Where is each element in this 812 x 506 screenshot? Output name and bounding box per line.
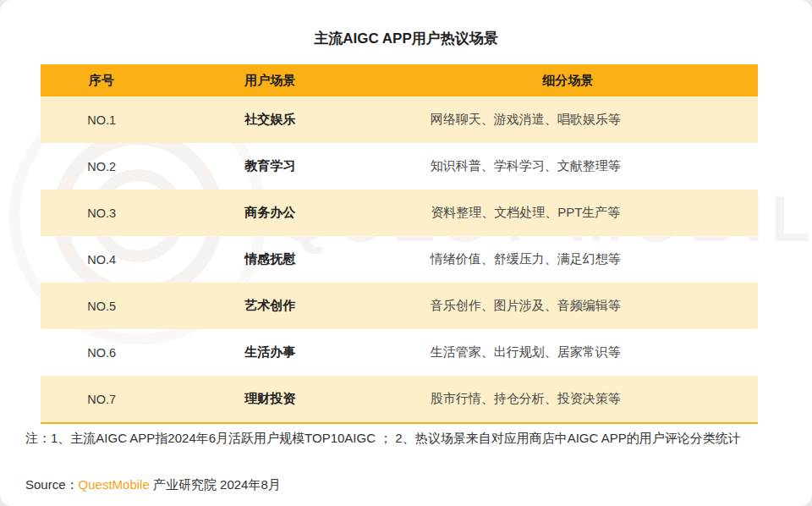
- table-row: NO.1 社交娱乐 网络聊天、游戏消遣、唱歌娱乐等: [41, 96, 758, 143]
- source-label: Source：: [25, 477, 79, 492]
- row-detail: 知识科普、学科学习、文献整理等: [378, 158, 758, 174]
- row-scene: 教育学习: [162, 158, 377, 174]
- row-index: NO.7: [41, 393, 162, 406]
- row-index: NO.6: [41, 346, 162, 360]
- table-bottom-rule: [41, 422, 758, 424]
- table-row: NO.4 情感抚慰 情绪价值、舒缓压力、满足幻想等: [41, 236, 758, 283]
- report-slide: QUEST MOBILE 主流AIGC APP用户热议场景 序号 用户场景 细分…: [0, 0, 812, 506]
- scenes-table: 序号 用户场景 细分场景 NO.1 社交娱乐 网络聊天、游戏消遣、唱歌娱乐等 N…: [41, 64, 758, 424]
- table-row: NO.7 理财投资 股市行情、持仓分析、投资决策等: [41, 376, 758, 422]
- header-cell-scene: 用户场景: [162, 73, 377, 89]
- footnote: 注：1、主流AIGC APP指2024年6月活跃用户规模TOP10AIGC ； …: [25, 429, 780, 448]
- table-row: NO.5 艺术创作 音乐创作、图片涉及、音频编辑等: [41, 283, 758, 329]
- source-brand: QuestMobile: [79, 477, 150, 492]
- row-index: NO.4: [41, 253, 162, 267]
- row-index: NO.5: [41, 300, 162, 313]
- row-detail: 情绪价值、舒缓压力、满足幻想等: [378, 251, 758, 267]
- row-detail: 生活管家、出行规划、居家常识等: [378, 344, 758, 360]
- table-row: NO.3 商务办公 资料整理、文档处理、PPT生产等: [41, 190, 758, 236]
- row-detail: 音乐创作、图片涉及、音频编辑等: [378, 298, 758, 314]
- row-scene: 情感抚慰: [162, 251, 377, 267]
- table-header-row: 序号 用户场景 细分场景: [41, 64, 758, 96]
- row-scene: 商务办公: [162, 205, 377, 221]
- header-cell-detail: 细分场景: [378, 73, 758, 89]
- page-title: 主流AIGC APP用户热议场景: [0, 29, 812, 48]
- row-scene: 理财投资: [162, 391, 377, 407]
- row-index: NO.3: [41, 206, 162, 220]
- row-scene: 社交娱乐: [162, 112, 377, 128]
- row-index: NO.1: [41, 113, 162, 127]
- row-detail: 股市行情、持仓分析、投资决策等: [378, 391, 758, 407]
- row-scene: 艺术创作: [162, 298, 377, 314]
- header-cell-index: 序号: [41, 73, 162, 89]
- table-row: NO.6 生活办事 生活管家、出行规划、居家常识等: [41, 329, 758, 376]
- source-line: Source：QuestMobile 产业研究院 2024年8月: [25, 477, 281, 493]
- row-detail: 资料整理、文档处理、PPT生产等: [378, 205, 758, 221]
- table-row: NO.2 教育学习 知识科普、学科学习、文献整理等: [41, 143, 758, 190]
- row-detail: 网络聊天、游戏消遣、唱歌娱乐等: [378, 112, 758, 128]
- source-suffix: 产业研究院 2024年8月: [150, 477, 281, 492]
- row-index: NO.2: [41, 160, 162, 173]
- row-scene: 生活办事: [162, 344, 377, 360]
